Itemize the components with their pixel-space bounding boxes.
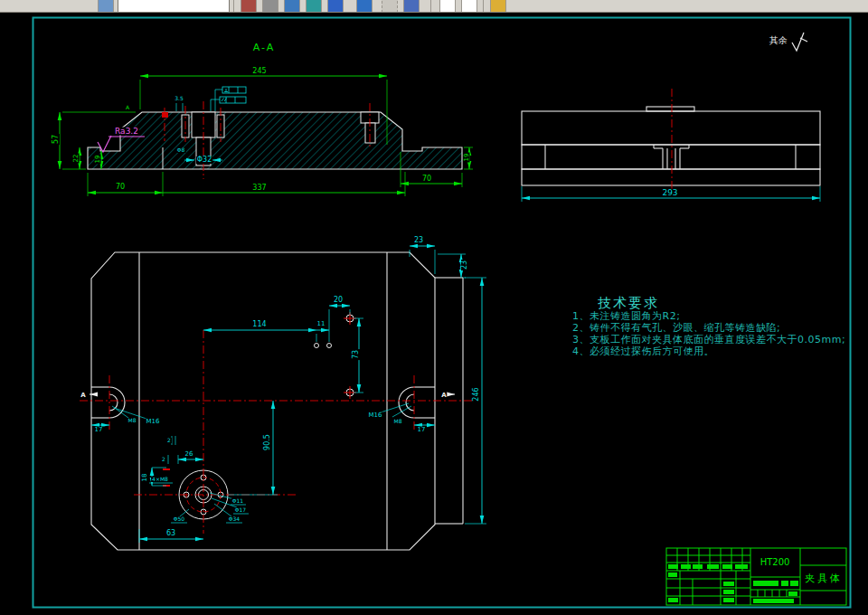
dim-114: 114 <box>251 321 267 328</box>
thread-m8-left: M8 <box>127 418 137 423</box>
dim-63: 63 <box>165 530 176 537</box>
page-icon[interactable] <box>439 0 456 13</box>
dim-245: 245 <box>251 68 267 75</box>
section-view <box>60 76 473 196</box>
dim-337: 337 <box>251 184 267 192</box>
pencil-icon[interactable] <box>241 0 257 13</box>
dia-34: Φ34 <box>228 516 241 522</box>
tech-req-item-4: 4、必须经过探伤后方可使用。 <box>571 346 715 356</box>
dim-70-right: 70 <box>421 175 432 183</box>
flag-icon[interactable] <box>490 0 506 13</box>
application-window: A-A 245 337 70 70 22 19 57 19 Ra3.2 Φ32 … <box>0 0 868 615</box>
section-title: A-A <box>252 43 277 52</box>
dia-8: Φ8 <box>176 147 186 153</box>
dim-2b: 2 <box>161 457 166 462</box>
dim-57: 57 <box>52 134 60 145</box>
dia-17: Φ17 <box>234 507 247 513</box>
toolbar <box>0 0 868 13</box>
pin-section <box>162 112 168 118</box>
rotate-icon[interactable] <box>356 0 373 13</box>
drawing-linework <box>0 12 868 615</box>
dim-17-left: 17 <box>94 427 104 433</box>
dia-32: Φ32 <box>196 156 212 164</box>
tech-req-item-3: 3、支板工作面对夹具体底面的垂直度误差不大于0.05mm; <box>571 335 846 345</box>
plan-dims-cyan <box>91 246 486 543</box>
cad-canvas[interactable]: A-A 245 337 70 70 22 19 57 19 Ra3.2 Φ32 … <box>0 12 868 615</box>
table-icon[interactable] <box>98 0 114 13</box>
dim-73: 73 <box>353 349 360 360</box>
dim-23-top: 23 <box>413 237 424 244</box>
page-icon-2[interactable] <box>461 0 477 13</box>
thread-m8-right: M8 <box>393 419 403 424</box>
flange-circles <box>179 315 354 519</box>
toolbar-combobox[interactable] <box>118 0 230 13</box>
dim-293: 293 <box>661 189 678 197</box>
dim-70-left: 70 <box>115 184 126 191</box>
dim-90-5: 90.5 <box>264 433 271 451</box>
title-block-material: HT200 <box>760 558 791 567</box>
callout-4m8: 4×M8 <box>151 477 169 482</box>
cut-marker-a-left: A <box>80 393 86 399</box>
datum-a: A <box>125 105 130 110</box>
section-outline <box>88 112 462 169</box>
plan-outline <box>91 252 463 550</box>
tech-req-item-2: 2、铸件不得有气孔、沙眼、缩孔等铸造缺陷; <box>571 323 781 333</box>
surface-check-icon <box>792 33 807 51</box>
dim-23-right: 23 <box>461 260 468 270</box>
toolbar-separator <box>233 0 234 12</box>
title-block-part-name: 夹具体 <box>804 573 844 583</box>
tech-req-item-1: 1、未注铸造圆角为R2; <box>571 311 681 321</box>
thread-m16-right: M16 <box>368 412 383 419</box>
dia-50: Φ50 <box>173 516 185 522</box>
dim-20: 20 <box>333 297 344 304</box>
tech-req-title: 技术要求 <box>597 297 660 310</box>
surface-finish-label: Ra3.2 <box>114 128 139 136</box>
dim-3-5: 3.5 <box>174 96 184 101</box>
side-view <box>522 89 820 202</box>
block-icon[interactable] <box>403 0 420 13</box>
dim-17-right: 17 <box>417 427 427 433</box>
toolbar-separator-3 <box>483 0 484 12</box>
arrow-down-icon[interactable] <box>327 0 344 13</box>
cut-marker-a-right: A <box>440 393 447 399</box>
toolbar-separator-2 <box>430 0 431 12</box>
eraser-icon[interactable] <box>262 0 278 13</box>
dim-26: 26 <box>184 451 194 458</box>
layers-icon[interactable] <box>284 0 300 13</box>
plan-view <box>80 246 486 550</box>
dim-19-left: 19 <box>95 155 101 165</box>
thread-m16-left: M16 <box>146 419 161 425</box>
dim-246: 246 <box>473 386 480 402</box>
hatch-icon[interactable] <box>306 0 322 13</box>
dim-22: 22 <box>73 154 80 164</box>
dim-2a: 2 <box>166 438 172 443</box>
dim-19-right: 19 <box>464 153 470 163</box>
dia-11: Φ11 <box>231 498 244 504</box>
surface-note-label: 其余 <box>769 36 788 45</box>
sheet-frame <box>33 18 851 608</box>
selection-icon[interactable] <box>382 0 398 13</box>
dim-18: 18 <box>142 473 148 483</box>
dim-11: 11 <box>316 321 326 327</box>
